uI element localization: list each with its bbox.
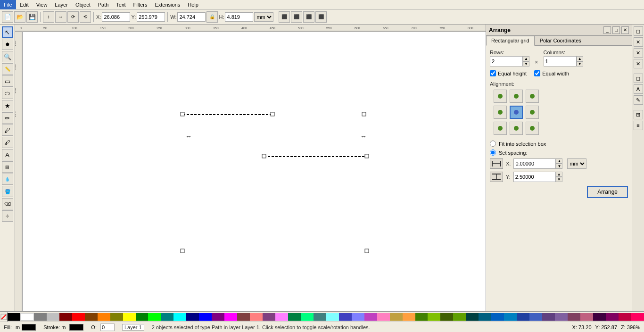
equal-height-checkbox[interactable]	[490, 70, 496, 76]
y-input[interactable]	[137, 12, 165, 22]
color-dark-teal[interactable]	[466, 313, 479, 321]
color-hot-pink[interactable]	[631, 313, 644, 321]
unit-select[interactable]: mmpxincm	[254, 12, 273, 22]
align-top-left[interactable]	[494, 90, 507, 103]
transform-btn3[interactable]: ⟳	[67, 11, 79, 23]
x-spacing-input[interactable]	[513, 158, 556, 169]
fr-btn-9[interactable]: ≡	[634, 121, 643, 130]
color-lavender[interactable]	[555, 313, 568, 321]
set-spacing-radio[interactable]	[490, 149, 496, 156]
open-button[interactable]: 📂	[14, 11, 25, 23]
fr-btn-8[interactable]: ⊞	[634, 110, 643, 119]
color-red[interactable]	[72, 313, 85, 321]
x-spacing-decrement[interactable]: ▼	[556, 164, 562, 169]
fr-btn-7[interactable]: ✎	[634, 95, 643, 105]
tab-polar-coordinates[interactable]: Polar Coordinates	[535, 36, 586, 45]
align-bottom-left[interactable]	[494, 122, 507, 135]
color-slate[interactable]	[314, 313, 326, 321]
handle-br[interactable]	[365, 249, 369, 253]
measure-tool[interactable]: 📏	[2, 63, 13, 75]
color-maroon[interactable]	[59, 313, 72, 321]
rect-tool[interactable]: ▭	[2, 75, 13, 87]
color-dark-purple[interactable]	[593, 313, 606, 321]
color-amber[interactable]	[403, 313, 415, 321]
fr-btn-5[interactable]: ◻	[634, 74, 643, 83]
pen-tool[interactable]: 🖊	[2, 124, 13, 136]
menu-extensions[interactable]: Extensions	[151, 0, 184, 9]
color-wine[interactable]	[568, 313, 580, 321]
color-yellow[interactable]	[123, 313, 136, 321]
color-cerulean[interactable]	[491, 313, 504, 321]
color-light-red[interactable]	[250, 313, 263, 321]
dropper-tool[interactable]: 💧	[2, 174, 13, 185]
color-orange[interactable]	[98, 313, 110, 321]
color-forest[interactable]	[288, 313, 301, 321]
color-blue[interactable]	[199, 313, 212, 321]
menu-file[interactable]: File	[0, 0, 16, 9]
align-left-btn[interactable]: ⬛	[279, 11, 290, 23]
color-magenta[interactable]	[224, 313, 237, 321]
align-center-btn[interactable]: ⬛	[291, 11, 302, 23]
menu-view[interactable]: View	[33, 0, 51, 9]
columns-decrement[interactable]: ▼	[577, 61, 583, 66]
x-spacing-increment[interactable]: ▲	[556, 158, 562, 164]
color-cyan[interactable]	[173, 313, 186, 321]
text-tool[interactable]: A	[2, 149, 13, 160]
menu-filters[interactable]: Filters	[130, 0, 151, 9]
color-crimson[interactable]	[619, 313, 631, 321]
color-brown[interactable]	[85, 313, 98, 321]
pencil-tool[interactable]: ✏	[2, 112, 13, 124]
y-spacing-increment[interactable]: ▲	[556, 172, 562, 177]
handle-bmr[interactable]	[365, 154, 369, 158]
rows-increment[interactable]: ▲	[523, 56, 529, 61]
y-spacing-input[interactable]	[513, 172, 556, 182]
paint-tool[interactable]: 🪣	[2, 186, 13, 197]
color-violet[interactable]	[542, 313, 555, 321]
save-button[interactable]: 💾	[26, 11, 38, 23]
gradient-tool[interactable]: ▤	[2, 161, 13, 173]
color-light-cyan[interactable]	[326, 313, 339, 321]
color-indigo[interactable]	[339, 313, 352, 321]
ellipse-tool[interactable]: ⬭	[2, 88, 13, 99]
color-orchid[interactable]	[364, 313, 377, 321]
color-purple[interactable]	[212, 313, 224, 321]
color-mint[interactable]	[301, 313, 314, 321]
arrange-minimize-btn[interactable]: _	[603, 26, 611, 34]
handle-bl[interactable]	[181, 249, 184, 253]
arrange-button[interactable]: Arrange	[587, 186, 628, 198]
color-none-btn[interactable]	[0, 312, 8, 322]
color-gold[interactable]	[390, 313, 403, 321]
transform-btn4[interactable]: ⟲	[80, 11, 91, 23]
fr-btn-3[interactable]: ✕	[634, 48, 643, 58]
color-burgundy[interactable]	[606, 313, 619, 321]
color-mauve[interactable]	[263, 313, 275, 321]
calligraphy-tool[interactable]: 🖋	[2, 137, 13, 148]
menu-path[interactable]: Path	[94, 0, 113, 9]
arrange-close-btn[interactable]: ✕	[621, 26, 629, 34]
color-teal[interactable]	[161, 313, 173, 321]
color-sky-blue[interactable]	[504, 313, 517, 321]
transform-btn1[interactable]: ↕	[43, 11, 54, 23]
columns-increment[interactable]: ▲	[577, 56, 583, 61]
columns-input[interactable]	[544, 56, 577, 66]
align-bottom-center[interactable]	[510, 122, 523, 135]
arrow-right-top[interactable]: ↔	[360, 133, 367, 140]
rows-input[interactable]	[490, 56, 523, 66]
color-rose[interactable]	[580, 313, 593, 321]
menu-object[interactable]: Object	[72, 0, 94, 9]
stroke-swatch[interactable]	[69, 324, 83, 331]
x-input[interactable]	[102, 12, 130, 22]
fr-btn-4[interactable]: ✕	[634, 59, 643, 68]
align-bottom-right[interactable]	[526, 122, 539, 135]
align-top-right[interactable]	[526, 90, 539, 103]
color-green[interactable]	[136, 313, 149, 321]
color-navy[interactable]	[186, 313, 199, 321]
align-middle-center[interactable]	[510, 106, 523, 119]
color-white[interactable]	[20, 313, 34, 321]
select-tool[interactable]: ↖	[2, 26, 13, 38]
fill-swatch[interactable]	[22, 324, 36, 331]
spray-tool[interactable]: ⊹	[2, 210, 13, 222]
align-middle-left[interactable]	[494, 106, 507, 119]
rows-decrement[interactable]: ▼	[523, 61, 529, 66]
handle-tl[interactable]	[181, 112, 184, 116]
